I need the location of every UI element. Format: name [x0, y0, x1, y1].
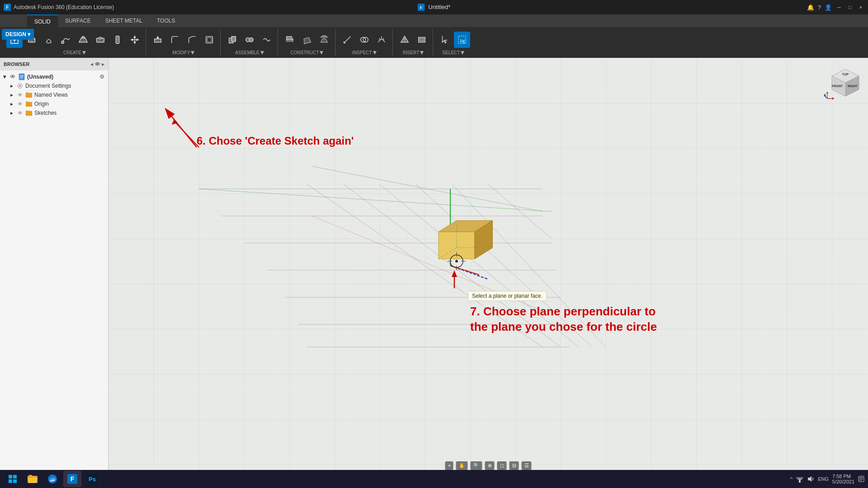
svg-rect-119 — [9, 475, 12, 479]
interference-button[interactable] — [356, 32, 373, 48]
doc-settings-icon — [16, 82, 24, 89]
origin-point — [443, 248, 470, 277]
zoom-button[interactable]: 🔍 — [471, 461, 482, 470]
insert-mesh-button[interactable] — [396, 32, 413, 48]
svg-rect-122 — [13, 479, 17, 483]
view-toggle-button[interactable]: ⊟ — [509, 461, 519, 470]
angle-plane-button[interactable] — [299, 32, 315, 48]
joint-button[interactable] — [241, 32, 258, 48]
browser-controls: ◂ 👁 ▸ — [90, 61, 104, 67]
root-eye-icon: 👁 — [9, 73, 16, 80]
tab-sheet-metal[interactable]: SHEET METAL — [98, 14, 150, 27]
taskbar-ps-btn[interactable]: Ps — [83, 471, 101, 487]
help-icon[interactable]: ? — [818, 4, 821, 11]
notification-center-icon[interactable] — [858, 476, 864, 482]
svg-text:F: F — [71, 475, 75, 483]
curvature-comb-button[interactable] — [373, 32, 390, 48]
svg-text:F: F — [420, 5, 423, 10]
group-inspect: INSPECT — [336, 29, 393, 56]
fillet-button[interactable] — [167, 32, 183, 48]
fit-button[interactable]: ◻ — [497, 461, 507, 470]
sweep-button[interactable] — [58, 32, 74, 48]
taskbar-edge-btn[interactable] — [43, 471, 61, 487]
tab-surface[interactable]: SURFACE — [58, 14, 98, 27]
svg-marker-38 — [303, 37, 311, 43]
attached-canvas-button[interactable] — [414, 32, 430, 48]
title-left: F Autodesk Fusion 360 (Education License… — [4, 4, 114, 11]
named-views-folder-icon — [25, 91, 33, 99]
group-modify: MODIFY — [147, 29, 221, 56]
browser-expand-btn[interactable]: ▸ — [102, 61, 104, 67]
svg-text:Ps: Ps — [89, 476, 96, 483]
settings-button[interactable]: ☰ — [522, 461, 532, 470]
svg-marker-42 — [320, 51, 323, 55]
svg-marker-30 — [191, 51, 194, 55]
chamfer-button[interactable] — [184, 32, 200, 48]
browser-item-sketches[interactable]: ▸ 👁 Sketches — [0, 108, 108, 117]
group-select-label: SELECT — [443, 50, 465, 56]
shell-button[interactable] — [201, 32, 217, 48]
loft-button[interactable] — [75, 32, 91, 48]
browser-back-btn[interactable]: ◂ — [90, 61, 93, 67]
group-select: SELECT — [434, 29, 473, 56]
select-button[interactable] — [437, 32, 453, 48]
fusion-logo-icon: F — [418, 4, 425, 11]
network-icon — [796, 475, 803, 483]
group-construct: CONSTRUCT — [279, 29, 335, 56]
taskbar-explorer-btn[interactable] — [24, 471, 42, 487]
tooltip-box: Select a plane or planar face. — [468, 291, 547, 301]
svg-marker-12 — [79, 38, 87, 42]
profile-icon[interactable]: 👤 — [825, 4, 832, 11]
group-modify-items — [150, 29, 217, 50]
svg-rect-130 — [796, 477, 803, 479]
root-doc-icon — [18, 73, 25, 80]
viewport[interactable]: 6. Chose 'Create Sketch again' 7. Choose… — [108, 58, 868, 474]
maximize-btn[interactable]: □ — [846, 4, 854, 11]
svg-marker-35 — [260, 51, 264, 55]
revolve-button[interactable] — [41, 32, 57, 48]
thread-button[interactable] — [109, 32, 126, 48]
zoom-in-button[interactable]: ⊕ — [485, 461, 495, 470]
title-bar: F Autodesk Fusion 360 (Education License… — [0, 0, 868, 14]
browser-item-doc-settings[interactable]: ▸ Document Settings — [0, 81, 108, 90]
tab-solid[interactable]: SOLID — [27, 14, 58, 27]
named-views-eye-icon: 👁 — [16, 91, 24, 99]
group-select-items — [437, 29, 470, 50]
nav-cube[interactable]: TOP RIGHT FRONT — [823, 62, 859, 99]
svg-point-11 — [61, 41, 64, 43]
move-copy-button[interactable] — [127, 32, 143, 48]
sketches-folder-icon — [25, 109, 33, 117]
browser-eye-btn[interactable]: 👁 — [95, 61, 100, 67]
svg-marker-20 — [134, 36, 136, 38]
window-select-button[interactable] — [454, 32, 470, 48]
group-assemble-items — [224, 29, 275, 50]
browser-item-origin[interactable]: ▸ 👁 Origin — [0, 99, 108, 108]
orbit-button[interactable]: ⌖ — [445, 461, 453, 470]
tab-tools[interactable]: TOOLS — [150, 14, 182, 27]
design-mode-button[interactable]: DESIGN ▾ — [2, 29, 34, 40]
svg-marker-116 — [826, 92, 829, 94]
language-indicator: ENG — [818, 476, 829, 482]
motion-link-button[interactable] — [259, 32, 275, 48]
hole-button[interactable] — [92, 32, 108, 48]
taskbar-windows-btn[interactable] — [4, 471, 22, 487]
offset-plane-button[interactable] — [282, 32, 298, 48]
sketches-expand-icon: ▸ — [9, 110, 14, 116]
root-settings-icon[interactable]: ⚙ — [99, 74, 104, 80]
browser-root-item[interactable]: ▾ 👁 (Unsaved) ⚙ — [0, 72, 108, 81]
svg-rect-56 — [420, 38, 424, 41]
svg-point-15 — [99, 37, 102, 39]
notifications-icon[interactable]: 🔔 — [807, 4, 814, 11]
tray-expand-icon[interactable]: ^ — [790, 476, 793, 482]
group-construct-items — [282, 29, 332, 50]
midplane-button[interactable] — [316, 32, 332, 48]
minimize-btn[interactable]: ─ — [835, 4, 843, 11]
taskbar-fusion-btn[interactable]: F — [63, 471, 81, 487]
main-area: BROWSER ◂ 👁 ▸ ▾ 👁 ( — [0, 58, 868, 474]
close-btn[interactable]: × — [857, 4, 864, 11]
new-component-button[interactable] — [224, 32, 241, 48]
pan-button[interactable]: ✋ — [456, 461, 468, 470]
browser-item-named-views[interactable]: ▸ 👁 Named Views — [0, 90, 108, 99]
measure-button[interactable] — [339, 32, 355, 48]
press-pull-button[interactable] — [150, 32, 166, 48]
